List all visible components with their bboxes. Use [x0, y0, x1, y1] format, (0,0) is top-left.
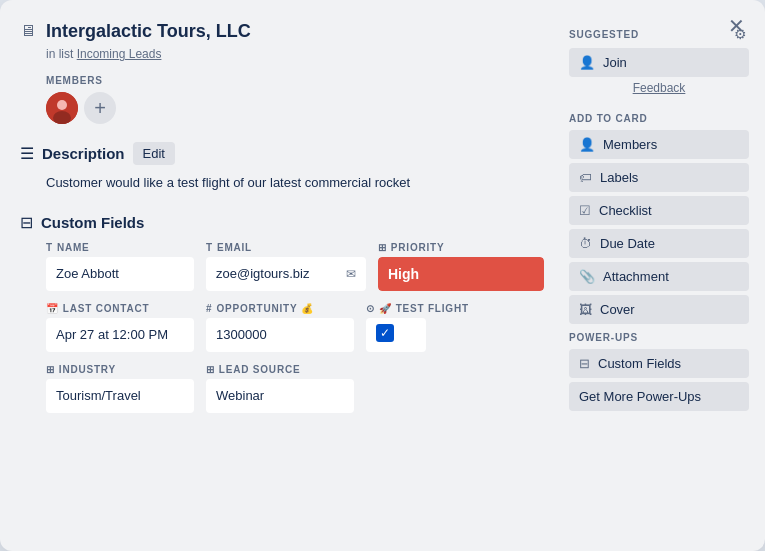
card-title-block: Intergalactic Tours, LLC [46, 20, 251, 43]
description-text: Customer would like a test flight of our… [46, 173, 553, 193]
custom-fields-btn-label: Custom Fields [598, 356, 681, 371]
sidebar-checklist-button[interactable]: ☑ Checklist [569, 196, 749, 225]
cover-icon: 🖼 [579, 302, 592, 317]
paperclip-icon: 📎 [579, 269, 595, 284]
grid-icon-lead: ⊞ [206, 364, 215, 375]
attachment-label-btn: Attachment [603, 269, 669, 284]
description-icon: ☰ [20, 144, 34, 163]
card-list-ref: in list Incoming Leads [46, 47, 553, 61]
cf-last-contact-label: 📅 LAST CONTACT [46, 303, 194, 314]
cf-industry-field: ⊞ INDUSTRY Tourism/Travel [46, 364, 194, 413]
custom-fields-section: ⊟ Custom Fields T NAME Zoe Abbott [20, 213, 553, 413]
edit-description-button[interactable]: Edit [133, 142, 175, 165]
clock-icon: ⏱ [579, 236, 592, 251]
envelope-icon: ✉ [346, 267, 356, 281]
priority-high-badge: High [378, 257, 544, 291]
get-more-powerups-button[interactable]: Get More Power-Ups [569, 382, 749, 411]
description-section: ☰ Description Edit Customer would like a… [20, 142, 553, 193]
cf-row-3: ⊞ INDUSTRY Tourism/Travel ⊞ LEAD SOURCE [46, 364, 553, 413]
priority-grid-icon: ⊞ [378, 242, 387, 253]
cf-email-label: T EMAIL [206, 242, 366, 253]
cf-priority-field: ⊞ PRIORITY High [378, 242, 544, 291]
add-to-card-label: ADD TO CARD [569, 113, 749, 124]
join-button[interactable]: 👤 Join [569, 48, 749, 77]
list-link[interactable]: Incoming Leads [77, 47, 162, 61]
sidebar-due-date-button[interactable]: ⏱ Due Date [569, 229, 749, 258]
cf-lead-source-label: ⊞ LEAD SOURCE [206, 364, 354, 375]
cf-test-flight-field: ⊙ 🚀 TEST FLIGHT ✓ [366, 303, 469, 352]
custom-fields-header: ⊟ Custom Fields [20, 213, 553, 232]
custom-fields-title: Custom Fields [41, 214, 144, 231]
text-icon-email: T [206, 242, 213, 253]
check-circle-icon: ⊙ [366, 303, 375, 314]
sidebar-members-button[interactable]: 👤 Members [569, 130, 749, 159]
avatar[interactable] [46, 92, 78, 124]
avatar-image [46, 92, 78, 124]
cf-row-1: T NAME Zoe Abbott T EMAIL zoe [46, 242, 553, 291]
sidebar-column: SUGGESTED ⚙ 👤 Join Feedback ADD TO CARD … [569, 20, 749, 531]
text-icon: T [46, 242, 53, 253]
sidebar-cover-button[interactable]: 🖼 Cover [569, 295, 749, 324]
cf-last-contact-field: 📅 LAST CONTACT Apr 27 at 12:00 PM [46, 303, 194, 352]
cf-opportunity-value[interactable]: 1300000 [206, 318, 354, 352]
rocket-icon: 🚀 [379, 303, 392, 314]
cf-opportunity-label: # OPPORTUNITY 💰 [206, 303, 354, 314]
custom-fields-grid: T NAME Zoe Abbott T EMAIL zoe [46, 242, 553, 413]
powerups-label: POWER-UPS [569, 332, 749, 343]
card-title: Intergalactic Tours, LLC [46, 20, 251, 43]
cf-opportunity-field: # OPPORTUNITY 💰 1300000 [206, 303, 354, 352]
cf-row-2: 📅 LAST CONTACT Apr 27 at 12:00 PM # OPPO… [46, 303, 553, 352]
tag-icon: 🏷 [579, 170, 592, 185]
custom-fields-powerup-button[interactable]: ⊟ Custom Fields [569, 349, 749, 378]
cf-name-value[interactable]: Zoe Abbott [46, 257, 194, 291]
members-section: MEMBERS + [20, 75, 553, 124]
cf-industry-label: ⊞ INDUSTRY [46, 364, 194, 375]
person-icon-join: 👤 [579, 55, 595, 70]
labels-label-btn: Labels [600, 170, 638, 185]
cover-label-btn: Cover [600, 302, 635, 317]
close-button[interactable]: ✕ [722, 12, 751, 40]
cf-lead-source-field: ⊞ LEAD SOURCE Webinar [206, 364, 354, 413]
money-bag-icon: 💰 [301, 303, 314, 314]
checklist-label-btn: Checklist [599, 203, 652, 218]
cf-name-field: T NAME Zoe Abbott [46, 242, 194, 291]
add-member-button[interactable]: + [84, 92, 116, 124]
cf-email-value[interactable]: zoe@igtours.biz ✉ [206, 257, 366, 291]
close-icon: ✕ [728, 15, 745, 37]
main-column: 🖥 Intergalactic Tours, LLC in list Incom… [20, 20, 553, 531]
sidebar-labels-button[interactable]: 🏷 Labels [569, 163, 749, 192]
feedback-link[interactable]: Feedback [569, 81, 749, 95]
card-modal: ✕ 🖥 Intergalactic Tours, LLC in list Inc… [0, 0, 765, 551]
custom-fields-icon: ⊟ [20, 213, 33, 232]
members-label: MEMBERS [46, 75, 553, 86]
cf-lead-source-value[interactable]: Webinar [206, 379, 354, 413]
cf-test-flight-value[interactable]: ✓ [366, 318, 426, 352]
cf-last-contact-value[interactable]: Apr 27 at 12:00 PM [46, 318, 194, 352]
cf-powerup-icon: ⊟ [579, 356, 590, 371]
due-date-label-btn: Due Date [600, 236, 655, 251]
checkbox-checked: ✓ [376, 324, 394, 342]
calendar-icon: 📅 [46, 303, 59, 314]
join-label: Join [603, 55, 627, 70]
person-icon: 👤 [579, 137, 595, 152]
description-title: Description [42, 145, 125, 162]
monitor-icon: 🖥 [20, 22, 36, 40]
get-more-btn-label: Get More Power-Ups [579, 389, 701, 404]
cf-email-field: T EMAIL zoe@igtours.biz ✉ [206, 242, 366, 291]
card-header: 🖥 Intergalactic Tours, LLC [20, 20, 553, 43]
hash-icon: # [206, 303, 212, 314]
cf-priority-label: ⊞ PRIORITY [378, 242, 544, 253]
sidebar-attachment-button[interactable]: 📎 Attachment [569, 262, 749, 291]
cf-industry-value[interactable]: Tourism/Travel [46, 379, 194, 413]
cf-test-flight-label: ⊙ 🚀 TEST FLIGHT [366, 303, 469, 314]
suggested-label: SUGGESTED [569, 29, 639, 40]
cf-name-label: T NAME [46, 242, 194, 253]
members-label-btn: Members [603, 137, 657, 152]
checklist-icon: ☑ [579, 203, 591, 218]
grid-icon-industry: ⊞ [46, 364, 55, 375]
cf-priority-value[interactable]: High [378, 257, 544, 291]
description-header: ☰ Description Edit [20, 142, 553, 165]
svg-point-1 [57, 100, 67, 110]
members-row: + [46, 92, 553, 124]
